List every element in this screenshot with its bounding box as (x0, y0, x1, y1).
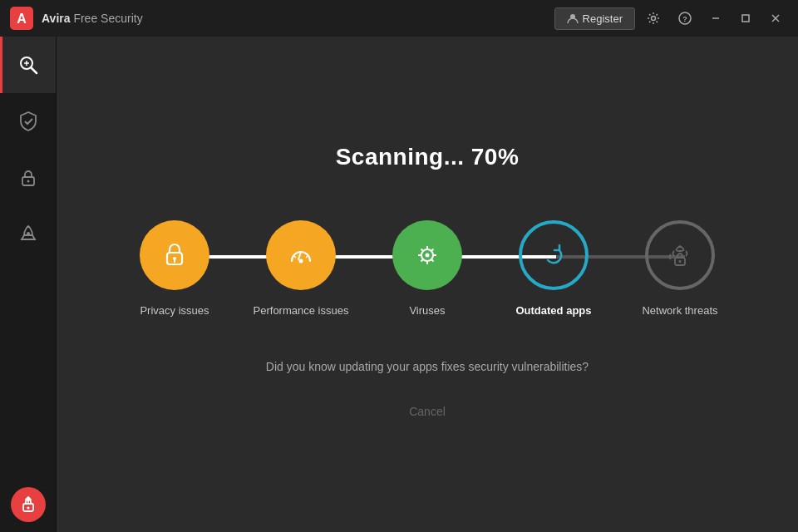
hint-text: Did you know updating your apps fixes se… (266, 360, 589, 373)
minimize-icon (711, 13, 721, 23)
svg-text:?: ? (682, 15, 687, 23)
step-label-viruses: Viruses (409, 303, 445, 318)
svg-line-23 (294, 256, 296, 258)
settings-button[interactable] (640, 5, 667, 32)
svg-point-15 (27, 180, 29, 183)
svg-line-33 (431, 249, 434, 251)
svg-rect-7 (742, 15, 749, 22)
minimize-button[interactable] (703, 6, 728, 31)
title-bar-controls: Register ? (554, 5, 788, 32)
svg-point-26 (426, 253, 430, 257)
content-area: Scanning... 70% Privacy issues (57, 37, 798, 532)
step-circle-outdated (519, 220, 589, 290)
step-label-network: Network threats (642, 303, 717, 318)
user-icon (567, 12, 579, 24)
app-logo: A (10, 7, 33, 30)
register-button[interactable]: Register (554, 7, 635, 30)
svg-point-20 (173, 257, 176, 260)
shield-check-icon (17, 111, 39, 132)
refresh-step-icon (538, 239, 569, 271)
gear-icon (647, 12, 660, 25)
svg-line-24 (306, 256, 308, 258)
svg-point-22 (299, 259, 303, 263)
close-button[interactable] (763, 6, 788, 31)
step-circle-viruses (392, 220, 462, 290)
svg-line-34 (421, 259, 424, 262)
help-icon: ? (678, 12, 692, 25)
steps-container: Privacy issues Performance issues (111, 220, 743, 318)
svg-point-36 (679, 260, 682, 263)
close-icon (771, 13, 781, 23)
svg-line-31 (421, 249, 424, 251)
step-label-privacy: Privacy issues (140, 303, 209, 318)
privacy-step-icon (159, 239, 190, 271)
svg-point-16 (27, 232, 30, 235)
upload-lock-icon (19, 495, 37, 514)
maximize-icon (741, 13, 751, 23)
sidebar-bottom (11, 487, 46, 522)
step-network: Network threats (617, 220, 743, 318)
step-label-performance: Performance issues (254, 303, 349, 318)
help-button[interactable]: ? (672, 5, 698, 32)
app-title: Avira Free Security (42, 12, 554, 25)
rocket-icon (17, 224, 39, 245)
sidebar-item-scan[interactable] (0, 37, 56, 93)
step-outdated: Outdated apps (490, 220, 617, 318)
cancel-button[interactable]: Cancel (389, 398, 466, 425)
step-circle-performance (266, 220, 336, 290)
title-bar: A Avira Free Security Register ? (0, 0, 798, 37)
lock-icon (17, 167, 39, 189)
step-performance: Performance issues (238, 220, 364, 318)
step-privacy: Privacy issues (111, 220, 238, 318)
svg-text:A: A (17, 12, 27, 26)
scan-icon (17, 54, 39, 76)
virus-step-icon (411, 239, 443, 271)
svg-line-32 (431, 259, 434, 262)
network-lock-icon (664, 239, 696, 271)
svg-point-3 (652, 17, 656, 21)
main-layout: Scanning... 70% Privacy issues (0, 37, 798, 532)
sidebar-item-privacy[interactable] (0, 150, 56, 206)
svg-line-11 (31, 67, 37, 73)
sidebar (0, 37, 57, 532)
update-button[interactable] (11, 487, 46, 522)
step-circle-privacy (140, 220, 209, 290)
step-label-outdated: Outdated apps (515, 303, 591, 318)
step-viruses: Viruses (364, 220, 490, 318)
step-circle-network (645, 220, 715, 290)
gauge-step-icon (285, 239, 317, 271)
maximize-button[interactable] (733, 6, 758, 31)
sidebar-item-performance[interactable] (0, 206, 56, 263)
scan-title: Scanning... 70% (336, 144, 520, 170)
svg-point-18 (27, 507, 29, 510)
sidebar-item-protection[interactable] (0, 93, 56, 150)
